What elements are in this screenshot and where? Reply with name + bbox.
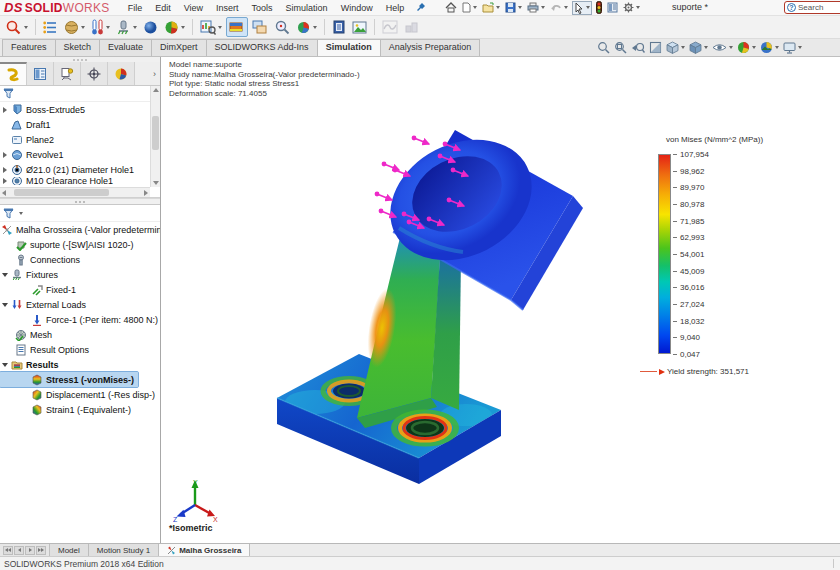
tab-evaluate[interactable]: Evaluate <box>99 39 152 56</box>
plot-results-icon[interactable] <box>226 17 248 37</box>
menu-help[interactable]: Help <box>386 3 405 13</box>
rebuild-traffic-light-icon[interactable] <box>595 1 603 15</box>
report-icon[interactable] <box>330 17 348 37</box>
study-row-fixtures[interactable]: Fixtures <box>0 267 160 282</box>
tab-dimxpert[interactable]: DimXpert <box>151 39 207 56</box>
tree-row[interactable]: Revolve1 <box>0 147 150 162</box>
pin-menu-icon[interactable] <box>416 2 426 14</box>
home-icon[interactable] <box>444 1 458 15</box>
prev-tab-button[interactable] <box>14 546 24 555</box>
study-row-part[interactable]: suporte (-[SW]AISI 1020-) <box>0 237 160 252</box>
new-document-icon[interactable] <box>461 1 478 15</box>
display-style-icon[interactable] <box>689 41 708 54</box>
feature-tree-vertical-scrollbar[interactable] <box>150 86 160 187</box>
tree-row[interactable]: Draft1 <box>0 117 150 132</box>
panel-splitter-handle[interactable] <box>0 198 160 205</box>
study-row-result-options[interactable]: Result Options <box>0 342 160 357</box>
run-this-study-icon[interactable] <box>162 17 187 37</box>
tree-row[interactable]: Ø21.0 (21) Diameter Hole1 <box>0 162 150 177</box>
fixtures-advisor-icon[interactable] <box>114 17 139 37</box>
menu-file[interactable]: File <box>128 3 143 13</box>
print-icon[interactable] <box>526 1 546 15</box>
tab-solidworks-add-ins[interactable]: SOLIDWORKS Add-Ins <box>206 39 318 56</box>
open-icon[interactable] <box>481 1 501 15</box>
study-row-fixed[interactable]: Fixed-1 <box>0 282 160 297</box>
save-icon[interactable] <box>504 1 523 15</box>
expander-icon[interactable] <box>0 363 10 367</box>
graphics-viewport[interactable]: Model name:suporte Study name:Malha Gros… <box>161 57 840 543</box>
tree-row[interactable]: Boss-Extrude5 <box>0 102 150 117</box>
study-row-stress1[interactable]: Stress1 (-vonMises-) <box>0 372 138 387</box>
undo-icon[interactable] <box>549 1 569 15</box>
section-view-icon[interactable] <box>649 41 662 54</box>
expander-icon[interactable] <box>0 273 10 277</box>
feature-tree-filter[interactable] <box>0 86 150 102</box>
expander-icon[interactable] <box>0 167 10 173</box>
menu-window[interactable]: Window <box>341 3 373 13</box>
tab-simulation[interactable]: Simulation <box>317 39 381 56</box>
view-orientation-icon[interactable] <box>666 41 685 54</box>
study-row-results[interactable]: Results <box>0 357 160 372</box>
tab-featuremanager-tree[interactable] <box>0 62 27 85</box>
fixed-restraint-icon <box>30 284 44 296</box>
study-row-mesh[interactable]: Mesh <box>0 327 160 342</box>
menu-insert[interactable]: Insert <box>216 3 239 13</box>
panel-tabs-overflow-chevron[interactable]: › <box>135 62 160 85</box>
include-image-for-report-icon[interactable] <box>350 17 369 37</box>
feature-tree-horizontal-scrollbar[interactable] <box>0 187 150 197</box>
tab-propertymanager[interactable] <box>27 62 54 85</box>
tab-analysis-preparation[interactable]: Analysis Preparation <box>380 39 481 56</box>
select-cursor-icon[interactable] <box>572 1 592 15</box>
file-properties-icon[interactable] <box>606 1 619 15</box>
menu-edit[interactable]: Edit <box>155 3 171 13</box>
plot-tools-icon[interactable] <box>294 17 319 37</box>
tree-row-clipped[interactable]: M10 Clearance Hole1 <box>0 177 150 185</box>
menu-simulation[interactable]: Simulation <box>286 3 328 13</box>
apply-scene-icon[interactable] <box>760 41 779 54</box>
study-row-connections[interactable]: Connections <box>0 252 160 267</box>
doc-tab-malha-grosseira[interactable]: Malha Grosseira <box>159 544 250 556</box>
study-row-force[interactable]: Force-1 (:Per item: 4800 N:) <box>0 312 160 327</box>
external-loads-advisor-icon[interactable] <box>89 17 112 37</box>
doc-tab-motion-study-1[interactable]: Motion Study 1 <box>89 544 159 556</box>
stress-model-render[interactable] <box>231 110 631 510</box>
menu-tools[interactable]: Tools <box>252 3 273 13</box>
next-tab-button[interactable] <box>25 546 35 555</box>
expander-icon[interactable] <box>0 152 10 158</box>
expander-icon[interactable] <box>0 107 10 113</box>
expander-icon[interactable] <box>0 178 10 184</box>
legend-tick: 36,016 <box>673 283 704 291</box>
probe-icon[interactable] <box>272 17 292 37</box>
tree-row[interactable]: Plane2 <box>0 132 150 147</box>
last-tab-button[interactable] <box>36 546 46 555</box>
search-placeholder: Search <box>798 3 823 12</box>
study-row-study[interactable]: Malha Grosseira (-Valor predeterminado-) <box>0 222 160 237</box>
doc-tab-model[interactable]: Model <box>50 544 89 556</box>
zoom-to-fit-icon[interactable] <box>597 41 610 54</box>
previous-view-icon[interactable] <box>631 41 645 54</box>
study-advisor-icon[interactable] <box>3 17 30 37</box>
connections-advisor-icon[interactable] <box>141 17 160 37</box>
simulation-study-icon[interactable] <box>41 17 60 37</box>
results-advisor-icon[interactable] <box>198 17 224 37</box>
study-row-strain1[interactable]: Strain1 (-Equivalent-) <box>0 402 160 417</box>
compare-results-icon[interactable] <box>250 17 270 37</box>
menu-view[interactable]: View <box>184 3 203 13</box>
tab-displaymanager[interactable] <box>108 62 135 85</box>
study-row-external-loads[interactable]: External Loads <box>0 297 160 312</box>
view-settings-icon[interactable] <box>783 42 802 54</box>
tab-sketch[interactable]: Sketch <box>55 39 101 56</box>
tab-dimxpertmanager[interactable] <box>81 62 108 85</box>
search-input[interactable]: ? Search <box>784 1 840 14</box>
study-row-displacement1[interactable]: Displacement1 (-Res disp-) <box>0 387 160 402</box>
tab-features[interactable]: Features <box>2 39 56 56</box>
first-tab-button[interactable] <box>3 546 13 555</box>
expander-icon[interactable] <box>0 303 10 307</box>
study-tree-filter[interactable] <box>0 206 160 222</box>
hide-show-items-icon[interactable] <box>712 42 733 53</box>
edit-appearance-icon[interactable] <box>737 41 756 54</box>
apply-material-icon[interactable] <box>62 17 87 37</box>
options-gear-icon[interactable] <box>622 1 641 15</box>
zoom-to-area-icon[interactable] <box>614 41 627 54</box>
tab-configurationmanager[interactable] <box>54 62 81 85</box>
